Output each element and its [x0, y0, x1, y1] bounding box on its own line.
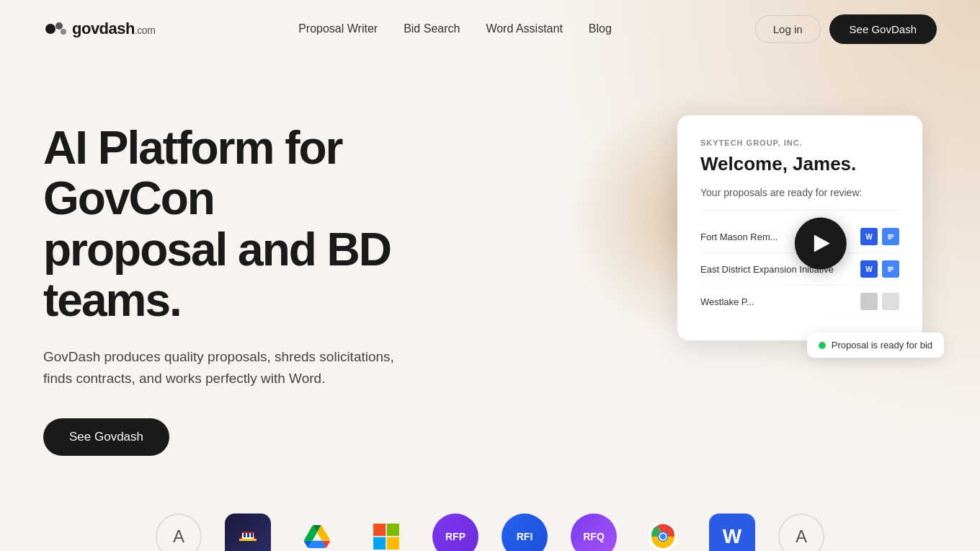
card-company: SKYTECH GROUP, INC. — [700, 138, 899, 147]
card-item-name-0: Fort Mason Rem... — [700, 232, 778, 242]
nav-word-assistant[interactable]: Word Assistant — [486, 22, 562, 35]
svg-rect-8 — [888, 267, 894, 268]
nav-bid-search[interactable]: Bid Search — [404, 22, 460, 35]
card-item-icons-1: W — [860, 260, 899, 278]
card-item-icons-2 — [860, 293, 899, 310]
logo-com: .com — [135, 25, 155, 36]
svg-rect-18 — [373, 524, 386, 536]
logo-sam — [225, 513, 271, 551]
logo-text: govdash.com — [72, 19, 155, 38]
logo-anthropic-2: A — [778, 513, 824, 551]
nav-proposal-writer[interactable]: Proposal Writer — [298, 22, 378, 35]
nav-actions: Log in See GovDash — [755, 14, 937, 44]
logo-chrome — [640, 513, 686, 551]
hero-title-line1: AI Platform for GovCon — [43, 122, 342, 224]
hero-title: AI Platform for GovCon proposal and BD t… — [43, 123, 476, 326]
svg-point-1 — [55, 22, 63, 30]
card-item-2: Westlake P... — [700, 286, 899, 317]
anthropic-icon-2: A — [796, 526, 807, 547]
card-welcome: Welcome, James. — [700, 153, 899, 175]
nav-links: Proposal Writer Bid Search Word Assistan… — [298, 22, 612, 35]
chrome-icon — [649, 522, 677, 551]
logo-gdrive — [294, 513, 340, 551]
status-label: Proposal is ready for bid — [832, 340, 932, 351]
hero-description: GovDash produces quality proposals, shre… — [43, 346, 418, 390]
play-button[interactable] — [795, 218, 847, 270]
gdoc-icon-1 — [882, 260, 899, 278]
card-item-icons-0: W — [860, 228, 899, 245]
logo[interactable]: govdash.com — [43, 16, 155, 42]
word-icon: W — [723, 525, 741, 548]
svg-rect-4 — [888, 234, 894, 236]
svg-rect-9 — [888, 269, 894, 270]
rfi-label: RFI — [517, 531, 533, 542]
card-divider — [700, 210, 899, 211]
login-button[interactable]: Log in — [755, 15, 821, 43]
logo-anthropic-1: A — [156, 513, 202, 551]
navigation: govdash.com Proposal Writer Bid Search W… — [0, 0, 980, 58]
status-tooltip: Proposal is ready for bid — [807, 332, 944, 358]
rfq-label: RFQ — [583, 531, 605, 542]
logo-icon — [43, 16, 69, 42]
svg-rect-21 — [387, 537, 399, 550]
play-triangle-icon — [814, 235, 830, 252]
svg-rect-6 — [888, 238, 891, 239]
card-item-name-2: Westlake P... — [700, 296, 754, 307]
ms-icon — [373, 524, 399, 550]
logo-rfq: RFQ — [571, 513, 617, 551]
svg-rect-14 — [244, 533, 246, 537]
gdrive-icon — [304, 524, 330, 550]
hero-card-wrapper: SKYTECH GROUP, INC. Welcome, James. Your… — [677, 115, 922, 340]
svg-rect-19 — [387, 524, 399, 536]
nav-cta-button[interactable]: See GovDash — [829, 14, 937, 44]
gdoc-icon — [882, 228, 899, 245]
svg-rect-5 — [888, 237, 894, 238]
svg-rect-10 — [888, 270, 891, 272]
hero-section: AI Platform for GovCon proposal and BD t… — [0, 58, 980, 485]
status-dot-icon — [819, 342, 826, 349]
anthropic-icon: A — [173, 526, 184, 547]
svg-rect-20 — [373, 537, 386, 550]
svg-point-2 — [61, 29, 66, 35]
word-doc-icon: W — [860, 228, 878, 245]
hero-left: AI Platform for GovCon proposal and BD t… — [43, 101, 476, 456]
hero-title-line2: proposal and BD teams. — [43, 224, 391, 326]
nav-blog[interactable]: Blog — [589, 22, 612, 35]
svg-rect-13 — [242, 532, 254, 533]
logo-microsoft — [363, 513, 409, 551]
svg-point-0 — [45, 24, 55, 34]
logos-bar: A — [0, 485, 980, 551]
sam-icon — [237, 526, 259, 547]
logo-rfp: RFP — [432, 513, 478, 551]
rfp-label: RFP — [445, 531, 466, 542]
card-subtitle: Your proposals are ready for review: — [700, 187, 899, 198]
hero-cta-button[interactable]: See Govdash — [43, 418, 169, 456]
svg-rect-15 — [247, 533, 249, 537]
logo-word: W — [709, 513, 755, 551]
svg-point-26 — [660, 534, 666, 539]
svg-rect-17 — [239, 539, 257, 541]
logo-brand: govdash — [72, 19, 135, 38]
svg-rect-16 — [251, 533, 253, 537]
logo-rfi: RFI — [502, 513, 548, 551]
word-doc-icon-1: W — [860, 260, 878, 278]
